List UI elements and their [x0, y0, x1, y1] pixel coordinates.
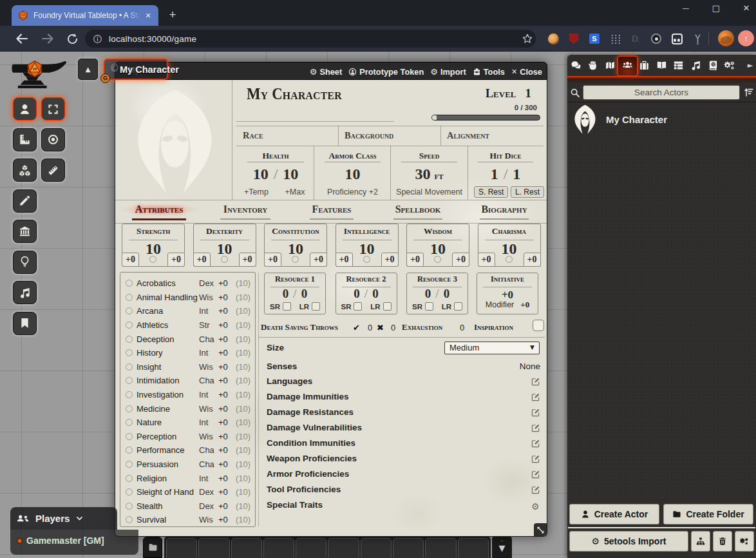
skill-proficiency-circle[interactable]	[126, 391, 133, 398]
trait-config-icon[interactable]: ⚙	[531, 501, 540, 510]
directory-settings-button[interactable]	[735, 531, 754, 552]
ability-name[interactable]: Dexterity	[194, 226, 256, 236]
skill-name[interactable]: Investigation	[137, 390, 199, 399]
trait-edit-icon[interactable]	[531, 423, 540, 432]
5etools-import-button[interactable]: ⚙ 5etools Import	[569, 531, 688, 552]
skill-proficiency-circle[interactable]	[126, 475, 133, 482]
hd-max[interactable]: 1	[513, 166, 520, 182]
ability-check-mod[interactable]: +0	[452, 253, 469, 267]
sheet-tab[interactable]: Attributes	[116, 204, 202, 215]
skill-proficiency-circle[interactable]	[126, 377, 133, 384]
ability-save-mod[interactable]: +0	[122, 253, 139, 267]
skill-row[interactable]: Performance Cha +0 (10)	[120, 443, 255, 457]
new-tab-button[interactable]: +	[164, 6, 182, 24]
death-success-count[interactable]: 0	[368, 323, 372, 332]
skill-row[interactable]: Survival Wis +0 (10)	[120, 513, 255, 527]
sidebar-tab[interactable]	[704, 55, 722, 76]
trait-edit-icon[interactable]	[531, 470, 540, 479]
sort-icon[interactable]	[744, 87, 754, 97]
speed-number[interactable]: 30	[415, 166, 430, 182]
folder-tree-button[interactable]	[691, 531, 710, 552]
window-resize-handle[interactable]	[534, 523, 547, 536]
skill-name[interactable]: History	[137, 348, 199, 358]
trait-edit-icon[interactable]	[531, 439, 540, 448]
ac-value[interactable]: 10	[314, 166, 391, 182]
extension-ublock-icon[interactable]	[567, 32, 580, 45]
skill-row[interactable]: Animal Handling Wis +0 (10)	[120, 291, 255, 305]
skill-name[interactable]: Intimidation	[137, 376, 199, 385]
ability-check-mod[interactable]: +0	[167, 253, 185, 267]
extension-lens-icon[interactable]	[650, 32, 663, 45]
macro-slot[interactable]	[231, 538, 262, 558]
background-field[interactable]: Background	[345, 130, 393, 141]
lr-checkbox[interactable]	[454, 302, 462, 311]
skill-proficiency-circle[interactable]	[126, 322, 133, 329]
reload-button-icon[interactable]	[66, 32, 79, 46]
macro-slot[interactable]	[296, 538, 326, 558]
resource-label[interactable]: Resource 2	[336, 274, 397, 284]
player-row[interactable]: Gamemaster [GM]	[15, 535, 133, 546]
scene-control-button[interactable]	[13, 281, 37, 304]
ability-name[interactable]: Wisdom	[407, 226, 469, 236]
skill-proficiency-circle[interactable]	[126, 447, 133, 454]
trait-edit-icon[interactable]	[531, 392, 540, 401]
window-header[interactable]: ⚙ Sheet Prototype Token ⚙ Import	[115, 62, 547, 80]
scene-control-button[interactable]	[13, 312, 37, 335]
skill-name[interactable]: Animal Handling	[137, 293, 199, 302]
macro-slot[interactable]	[393, 538, 424, 558]
bookmark-star-icon[interactable]	[522, 33, 533, 44]
ability-save-mod[interactable]: +0	[478, 253, 495, 267]
sidebar-tab[interactable]	[619, 55, 636, 76]
actor-list-item[interactable]: My Character	[567, 102, 756, 136]
skill-proficiency-circle[interactable]	[126, 294, 133, 301]
inspiration-checkbox[interactable]	[533, 320, 544, 331]
modifier-value[interactable]: +0	[520, 300, 529, 309]
skill-name[interactable]: Survival	[137, 515, 199, 524]
scene-control-button[interactable]	[13, 159, 37, 182]
sr-checkbox[interactable]	[425, 302, 433, 311]
hotbar-page-controls[interactable]: - ▼	[492, 535, 512, 558]
create-actor-button[interactable]: Create Actor	[569, 504, 659, 524]
long-rest-button[interactable]: L. Rest	[511, 186, 544, 198]
death-failure-icon[interactable]: ✖	[377, 323, 384, 332]
resource-values[interactable]: 0/0	[336, 287, 397, 301]
url-text[interactable]: localhost:30000/game	[109, 34, 196, 44]
special-movement-label[interactable]: Special Movement	[391, 188, 468, 197]
skill-proficiency-circle[interactable]	[126, 336, 133, 343]
sidebar-tab[interactable]	[687, 55, 704, 76]
sheet-tab[interactable]: Inventory	[202, 204, 288, 215]
sidebar-collapse-icon[interactable]: ►	[746, 61, 755, 70]
resource-label[interactable]: Resource 1	[265, 274, 325, 284]
scene-control-button[interactable]	[13, 189, 37, 213]
tab-close-icon[interactable]: ✕	[143, 10, 153, 21]
skill-name[interactable]: Nature	[137, 418, 199, 427]
trait-edit-icon[interactable]	[531, 408, 540, 417]
initiative-modifier[interactable]: Modifier+0	[477, 300, 538, 310]
hp-max-label[interactable]: +Max	[276, 188, 314, 197]
extension-stylus-icon[interactable]: S	[588, 32, 601, 45]
resource-label[interactable]: Resource 3	[407, 274, 468, 284]
skill-row[interactable]: Acrobatics Dex +0 (10)	[120, 276, 255, 291]
skill-row[interactable]: Investigation Int +0 (10)	[120, 388, 255, 402]
speed-value[interactable]: 30 ft	[391, 166, 468, 184]
skill-row[interactable]: Perception Wis +0 (10)	[120, 430, 255, 444]
skill-name[interactable]: Acrobatics	[137, 278, 199, 288]
skill-row[interactable]: Deception Cha +0 (10)	[120, 332, 255, 346]
skill-proficiency-circle[interactable]	[126, 363, 133, 370]
resource-values[interactable]: 0/0	[265, 287, 325, 301]
proficiency-circle[interactable]	[149, 256, 156, 263]
skill-proficiency-circle[interactable]	[126, 419, 133, 426]
senses-value[interactable]: None	[411, 361, 540, 371]
profile-avatar[interactable]	[718, 30, 734, 46]
race-field[interactable]: Race	[243, 130, 263, 141]
exhaustion-value[interactable]: 0	[460, 323, 464, 332]
skill-name[interactable]: Deception	[137, 334, 199, 344]
hotbar-page-down-icon[interactable]: ▼	[492, 544, 512, 552]
skill-name[interactable]: Sleight of Hand	[137, 487, 199, 497]
ability-name[interactable]: Strength	[122, 226, 184, 236]
url-bar[interactable]: localhost:30000/game	[85, 30, 536, 48]
skill-proficiency-circle[interactable]	[126, 461, 133, 468]
proficiency-circle[interactable]	[292, 256, 299, 263]
window-minimize-button[interactable]: —	[676, 0, 695, 17]
sheet-tab[interactable]: Spellbook	[375, 204, 461, 215]
